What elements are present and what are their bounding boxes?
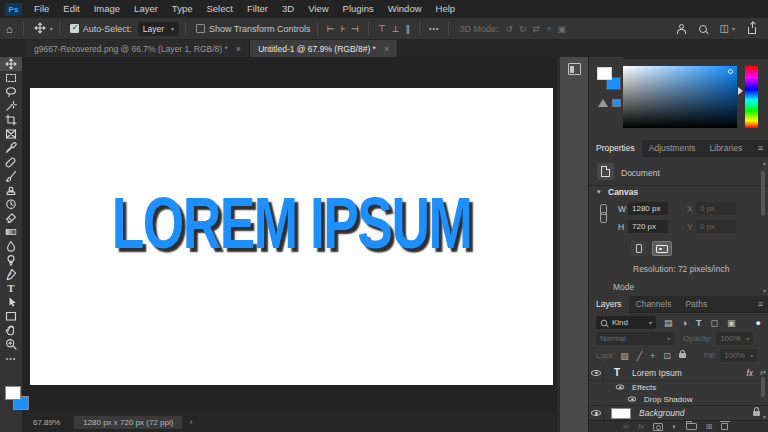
edit-toolbar-button[interactable]: ••• [0, 355, 22, 362]
filter-adjustment-layers-icon[interactable]: ◑ [682, 318, 687, 328]
kind-filter-dropdown[interactable]: Kind ▾ [596, 316, 656, 329]
visibility-toggle[interactable] [589, 365, 604, 380]
align-top-edges-icon[interactable]: ⊤ [378, 24, 386, 34]
distribute-icon[interactable]: ∥ [406, 24, 411, 34]
lock-transparent-pixels-icon[interactable]: ▨ [620, 351, 629, 361]
tool-eyedropper-icon[interactable] [0, 141, 22, 155]
height-field[interactable]: 720 px [628, 220, 668, 233]
width-field[interactable]: 1280 px [628, 202, 668, 215]
document-type-button[interactable] [597, 163, 614, 180]
menu-item-image[interactable]: Image [87, 0, 127, 18]
properties-tab-properties[interactable]: Properties [589, 140, 642, 157]
menu-item-3d[interactable]: 3D [275, 0, 301, 18]
3d-slide-icon[interactable]: + [546, 24, 551, 34]
scroll-up-icon[interactable]: ▴ [763, 159, 766, 166]
visibility-toggle[interactable] [589, 406, 604, 420]
filter-smart-objects-icon[interactable]: ▣ [727, 318, 736, 328]
scroll-down-icon[interactable]: ▾ [763, 287, 766, 294]
close-tab-icon[interactable]: × [384, 44, 389, 54]
account-icon[interactable] [677, 24, 686, 34]
tool-hand-icon[interactable] [0, 323, 22, 337]
tool-rectangular-marquee-icon[interactable] [0, 71, 22, 85]
3d-roll-icon[interactable]: ↻ [519, 24, 527, 34]
eye-icon[interactable] [628, 396, 637, 401]
tool-lasso-icon[interactable] [0, 85, 22, 99]
home-icon[interactable]: ⌂ [6, 23, 13, 35]
new-group-icon[interactable] [686, 423, 697, 430]
layer-row-lorem-ipsum[interactable]: T Lorem Ipsum fx ∧ [589, 365, 768, 381]
more-options-button[interactable]: ••• [429, 25, 439, 32]
menu-item-plugins[interactable]: Plugins [336, 0, 381, 18]
lock-artboard-icon[interactable]: ⊡ [663, 351, 671, 361]
align-horizontal-centers-icon[interactable]: ⊦ [340, 24, 345, 34]
tool-crop-icon[interactable] [0, 113, 22, 127]
tool-type-icon[interactable]: T [0, 281, 22, 295]
collapsed-panel-icon[interactable] [568, 63, 581, 75]
foreground-color-swatch[interactable] [5, 386, 21, 400]
hue-slider-arrow[interactable] [738, 87, 743, 95]
delete-layer-icon[interactable] [721, 423, 728, 430]
menu-item-edit[interactable]: Edit [56, 0, 86, 18]
lock-image-pixels-icon[interactable]: ╱ [637, 351, 642, 361]
new-layer-icon[interactable]: ⊞ [706, 422, 713, 431]
tool-history-brush-icon[interactable] [0, 197, 22, 211]
tool-path-selection-icon[interactable] [0, 295, 22, 309]
fill-field[interactable]: 100% ▾ [720, 349, 757, 362]
section-collapse-icon[interactable]: ▾ [597, 188, 601, 196]
auto-select-target-dropdown[interactable]: Layer ▾ [138, 22, 179, 36]
color-picker-marker[interactable] [728, 69, 733, 74]
background-layer-thumbnail[interactable] [611, 408, 631, 419]
share-icon[interactable] [748, 27, 756, 34]
status-chevron-icon[interactable]: › [189, 417, 192, 427]
tool-move-icon[interactable] [0, 57, 22, 71]
chevron-down-icon[interactable]: ▾ [50, 25, 53, 32]
menu-item-filter[interactable]: Filter [240, 0, 275, 18]
align-vertical-centers-icon[interactable]: ⊥ [392, 24, 400, 34]
layers-tab-paths[interactable]: Paths [678, 296, 714, 313]
orientation-landscape-button[interactable] [652, 241, 672, 256]
filter-type-layers-icon[interactable]: T [696, 318, 702, 328]
menu-item-view[interactable]: View [301, 0, 335, 18]
tool-blur-icon[interactable] [0, 239, 22, 253]
blend-mode-dropdown[interactable]: Normal ▾ [596, 332, 674, 345]
scroll-up-icon[interactable]: ▴ [763, 367, 766, 374]
tool-brush-icon[interactable] [0, 169, 22, 183]
eye-icon[interactable] [616, 384, 625, 389]
align-right-edges-icon[interactable]: ⊣ [351, 24, 359, 34]
document-size-status[interactable]: 1280 px x 720 px (72 ppi) [74, 416, 182, 429]
filter-pixel-layers-icon[interactable]: ▤ [664, 318, 673, 328]
tool-spot-healing-brush-icon[interactable] [0, 155, 22, 169]
tool-object-selection-icon[interactable] [0, 99, 22, 113]
menu-item-window[interactable]: Window [381, 0, 429, 18]
text-layer-thumbnail[interactable]: T [614, 367, 620, 378]
layer-style-fx-icon[interactable]: fx [638, 422, 644, 431]
layer-name[interactable]: Lorem Ipsum [632, 368, 682, 378]
scroll-down-icon[interactable]: ▾ [763, 413, 766, 420]
tool-zoom-icon[interactable] [0, 337, 22, 351]
tool-frame-icon[interactable] [0, 127, 22, 141]
properties-tab-libraries[interactable]: Libraries [703, 140, 750, 157]
opacity-field[interactable]: 100% ▾ [716, 332, 753, 345]
menu-item-help[interactable]: Help [429, 0, 463, 18]
tool-clone-stamp-icon[interactable] [0, 183, 22, 197]
auto-select-checkbox[interactable] [70, 24, 79, 33]
menu-item-layer[interactable]: Layer [127, 0, 165, 18]
link-layers-icon[interactable]: ∞ [623, 422, 629, 431]
scrollbar-thumb[interactable] [761, 377, 765, 397]
tool-gradient-icon[interactable] [0, 225, 22, 239]
layer-name[interactable]: Background [639, 408, 684, 418]
layer-fx-badge[interactable]: fx [746, 368, 753, 378]
gamut-warning-icon[interactable] [598, 99, 608, 107]
layers-tab-layers[interactable]: Layers [589, 296, 629, 313]
tool-dodge-icon[interactable] [0, 253, 22, 267]
menu-item-type[interactable]: Type [165, 0, 200, 18]
3d-orbit-icon[interactable]: ↺ [505, 24, 513, 34]
layer-row-effects[interactable]: Effects [589, 381, 768, 393]
workspace-switcher[interactable]: ◫ ▾ [720, 23, 735, 34]
tool-pen-icon[interactable] [0, 267, 22, 281]
3d-camera-icon[interactable]: ▣ [557, 24, 566, 34]
menu-item-file[interactable]: File [27, 0, 56, 18]
show-transform-controls-checkbox[interactable] [196, 24, 205, 33]
search-icon[interactable] [699, 25, 707, 33]
layers-tab-channels[interactable]: Channels [629, 296, 679, 313]
